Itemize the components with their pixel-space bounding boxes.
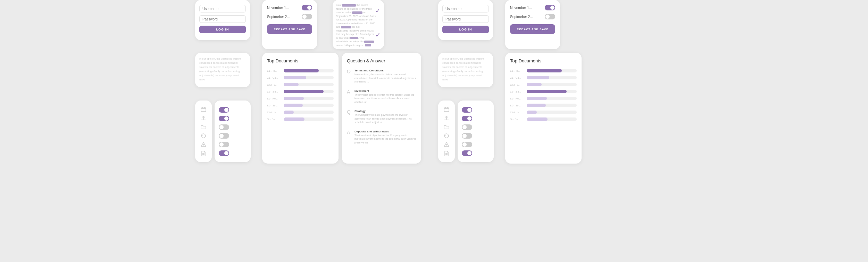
togglelist-switch[interactable] bbox=[219, 133, 229, 139]
password-input[interactable] bbox=[199, 15, 246, 23]
top-documents-title: Top Documents bbox=[267, 58, 334, 63]
folder-icon[interactable] bbox=[200, 123, 207, 130]
svg-rect-11 bbox=[444, 107, 449, 112]
doc-bar-track bbox=[284, 97, 334, 100]
toggle-switch-1[interactable] bbox=[302, 5, 312, 10]
qa-item-desc: The investor agrees to enter into this c… bbox=[354, 93, 416, 104]
doc-bar-track bbox=[284, 111, 334, 114]
doc-bar-row: 0k - De... bbox=[267, 117, 334, 121]
doc-bar-label: 1.5 - 3.8... bbox=[267, 90, 281, 93]
togglelist-switch-r[interactable] bbox=[462, 133, 472, 139]
togglelist-row bbox=[219, 107, 247, 113]
togglelist-switch-r[interactable] bbox=[462, 142, 472, 147]
doc-bar-track bbox=[527, 90, 577, 93]
togglelist-switch[interactable] bbox=[219, 116, 229, 121]
toggle-switch-2[interactable] bbox=[302, 14, 312, 19]
doc-bar-row: 12.2 - 3... bbox=[267, 83, 334, 86]
username-input[interactable] bbox=[199, 5, 246, 12]
folder-icon-r[interactable] bbox=[443, 123, 450, 130]
qa-a-letter: A bbox=[347, 89, 352, 104]
doc-bar-row: 33.4 - In... bbox=[510, 111, 577, 114]
toggle-label-1: November 1... bbox=[267, 6, 289, 10]
sidebar-icon-card-right bbox=[438, 101, 455, 162]
top-documents-title-r: Top Documents bbox=[510, 58, 577, 63]
doc-bar-label: 33.4 - In... bbox=[267, 111, 281, 114]
upload-icon-r[interactable] bbox=[443, 114, 450, 121]
username-input-r[interactable] bbox=[442, 5, 489, 12]
qa-item: A Investment The investor agrees to ente… bbox=[347, 89, 416, 104]
togglelist-switch-r[interactable] bbox=[462, 150, 472, 156]
qa-q-letter: Q bbox=[347, 69, 352, 84]
password-input-r[interactable] bbox=[442, 15, 489, 23]
doc-bar-track bbox=[284, 90, 334, 93]
doc-bar-label: 33.4 - In... bbox=[510, 111, 524, 114]
qa-title: Question & Answer bbox=[347, 58, 416, 63]
toggle-card: November 1... Septmeber 2... REDACT AND … bbox=[262, 0, 317, 49]
togglelist-switch[interactable] bbox=[219, 142, 229, 147]
doc-bar-label: 1.5 - 3.8... bbox=[510, 90, 524, 93]
togglelist-switch[interactable] bbox=[219, 150, 229, 156]
warning-icon[interactable] bbox=[200, 141, 207, 148]
doc-bar-label: 0k - De... bbox=[510, 118, 524, 121]
toggle-row-2: Septmeber 2... bbox=[267, 14, 312, 19]
checkmark-1: ✓ bbox=[375, 7, 381, 15]
doc-bar-track bbox=[284, 83, 334, 86]
qa-item: Q Strategy The Company will make payment… bbox=[347, 110, 416, 124]
qa-item: A Deposits and Withdrawals The investmen… bbox=[347, 130, 416, 145]
qa-item-desc: The Company will make payments to the in… bbox=[354, 113, 416, 124]
togglelist-row-r bbox=[462, 107, 490, 113]
document-icon-r[interactable] bbox=[443, 150, 450, 157]
doc-bar-track bbox=[284, 69, 334, 72]
doc-bar-row: 1.5 - 3.8... bbox=[510, 90, 577, 93]
sidebar-icon-card bbox=[195, 101, 212, 162]
doc-bar-track bbox=[284, 117, 334, 121]
togglelist-row-r bbox=[462, 142, 490, 147]
login-card-right: LOG IN bbox=[438, 0, 493, 40]
document-text-body: as of the interim results of operations … bbox=[336, 3, 381, 47]
login-button[interactable]: LOG IN bbox=[199, 26, 246, 33]
togglelist-row bbox=[219, 124, 247, 130]
doc-bar-track bbox=[527, 117, 577, 121]
togglelist-row bbox=[219, 142, 247, 147]
togglelist-switch-r[interactable] bbox=[462, 124, 472, 130]
refresh-icon[interactable] bbox=[200, 132, 207, 139]
svg-rect-0 bbox=[201, 107, 206, 112]
doc-bar-row: 33.4 - In... bbox=[267, 111, 334, 114]
calendar-icon[interactable] bbox=[200, 106, 207, 113]
togglelist-switch[interactable] bbox=[219, 107, 229, 113]
toggle-switch-r-2[interactable] bbox=[545, 14, 555, 19]
doc-bar-label: 2.1 - Qa... bbox=[267, 77, 281, 79]
redact-save-button[interactable]: REDACT AND SAVE bbox=[267, 24, 312, 34]
togglelist-row bbox=[219, 150, 247, 156]
login-card: LOG IN bbox=[195, 0, 250, 40]
qa-item-desc: In our opinion, the unaudited interim co… bbox=[354, 73, 416, 84]
toggle-card-right: November 1... Septmeber 2... REDACT AND … bbox=[505, 0, 560, 49]
togglelist-switch[interactable] bbox=[219, 124, 229, 130]
toggle-switch-r-1[interactable] bbox=[545, 5, 555, 10]
togglelist-switch-r[interactable] bbox=[462, 107, 472, 113]
doc-bar-track bbox=[527, 76, 577, 79]
togglelist-row-r bbox=[462, 124, 490, 130]
login-button-r[interactable]: LOG IN bbox=[442, 26, 489, 33]
doc-bar-track bbox=[527, 104, 577, 107]
doc-bar-row: 1.1 - Te... bbox=[267, 69, 334, 72]
toggle-row-1: November 1... bbox=[267, 5, 312, 10]
doc-bar-row: 8.5 - Re... bbox=[267, 97, 334, 100]
qa-item-title: Strategy bbox=[354, 110, 416, 113]
doc-bar-label: 12.2 - 3... bbox=[510, 84, 524, 86]
document-icon[interactable] bbox=[200, 150, 207, 157]
doc-bars-list-r: 1.1 - Te... 2.1 - Qa... 12.2 - 3... 1.5 … bbox=[510, 69, 577, 121]
doc-bar-row: 0k - De... bbox=[510, 117, 577, 121]
refresh-icon-r[interactable] bbox=[443, 132, 450, 139]
redact-save-button-r[interactable]: REDACT AND SAVE bbox=[510, 24, 555, 34]
upload-icon[interactable] bbox=[200, 114, 207, 121]
warning-icon-r[interactable] bbox=[443, 141, 450, 148]
calendar-icon-r[interactable] bbox=[443, 106, 450, 113]
doc-bar-label: 8.5 - Re... bbox=[267, 97, 281, 100]
togglelist-switch-r[interactable] bbox=[462, 116, 472, 121]
qa-a-letter: A bbox=[347, 130, 352, 145]
doc-bar-label: 1.1 - Te... bbox=[510, 70, 524, 72]
doc-bar-row: 1.1 - Te... bbox=[510, 69, 577, 72]
doc-bar-label: 0k - De... bbox=[267, 118, 281, 121]
qa-item-desc: The investment objectives of the Company… bbox=[354, 134, 416, 145]
